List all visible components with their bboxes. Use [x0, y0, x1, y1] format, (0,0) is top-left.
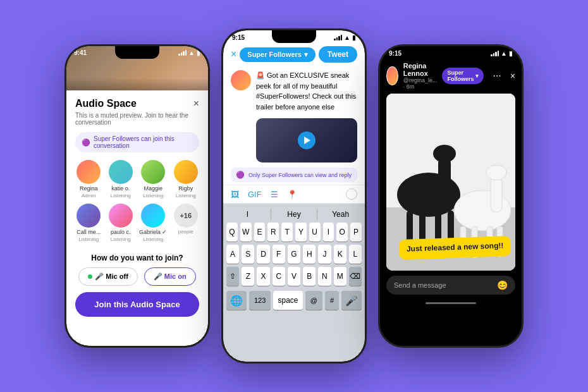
- keyboard-row-3: ⇧ Z X C V B N M ⌫: [224, 267, 364, 286]
- participant-role-regina: Admin: [82, 193, 96, 199]
- key-d[interactable]: D: [257, 245, 269, 264]
- story-emoji-button[interactable]: 😊: [497, 280, 508, 290]
- mic-buttons-group: 🎤 Mic off 🎤 Mic on: [75, 267, 199, 286]
- key-k[interactable]: K: [334, 245, 346, 264]
- location-icon[interactable]: 📍: [287, 190, 297, 199]
- avatar-gabriela: [141, 204, 165, 228]
- key-j[interactable]: J: [318, 245, 331, 264]
- participant-name-regina: Regina: [80, 185, 98, 192]
- suggestion-i[interactable]: I: [224, 209, 271, 220]
- story-more-options-button[interactable]: ···: [493, 70, 501, 82]
- key-space[interactable]: space: [273, 291, 302, 310]
- story-message-bar[interactable]: Send a message 😊: [386, 276, 515, 295]
- list-icon[interactable]: ☰: [271, 190, 278, 199]
- video-thumbnail[interactable]: [256, 118, 357, 162]
- participant-paulo: paulo c. Listening: [107, 204, 133, 242]
- audio-space-close-button[interactable]: ×: [193, 98, 199, 109]
- story-handle: @regina_le...: [403, 77, 438, 83]
- tweet-submit-button[interactable]: Tweet: [319, 46, 357, 63]
- wifi-icon-2: ▲: [344, 34, 350, 41]
- phone1-inner: 9:41 ▲ ▮ Audio Space ×: [66, 46, 208, 346]
- key-n[interactable]: N: [318, 267, 331, 286]
- notch-2: [272, 30, 316, 43]
- key-hash[interactable]: #: [325, 291, 339, 310]
- key-s[interactable]: S: [242, 245, 254, 264]
- key-t[interactable]: T: [281, 223, 293, 242]
- participant-role-rigby: Listening: [176, 193, 196, 199]
- participant-gabriela: Gabriela ✓ Listening: [139, 204, 168, 242]
- key-c[interactable]: C: [273, 267, 285, 286]
- key-globe[interactable]: 🌐: [226, 291, 247, 310]
- participant-role-gabriela: Listening: [143, 236, 163, 242]
- story-header: Regina Lennox @regina_le... · 6m Super F…: [380, 58, 522, 94]
- phone-audio-space: 9:41 ▲ ▮ Audio Space ×: [64, 44, 210, 348]
- participant-plus-count: +16 people: [173, 204, 199, 242]
- wifi-icon: ▲: [188, 49, 195, 56]
- avatar-rigby: [174, 160, 198, 184]
- participant-role-paulo: Listening: [111, 236, 131, 242]
- join-audio-space-button[interactable]: Join this Audio Space: [75, 292, 199, 317]
- story-sticker-text: Just released a new song!!: [407, 242, 504, 255]
- key-a[interactable]: A: [226, 245, 239, 264]
- key-m[interactable]: M: [334, 267, 346, 286]
- compose-area: 🚨 Got an EXCLUSIVE sneak peek for all of…: [223, 66, 365, 116]
- chevron-down-icon: ▾: [304, 51, 308, 59]
- key-g[interactable]: G: [288, 245, 300, 264]
- key-v[interactable]: V: [288, 267, 300, 286]
- key-at[interactable]: @: [305, 291, 322, 310]
- tweet-text-content[interactable]: 🚨 Got an EXCLUSIVE sneak peek for all of…: [256, 70, 357, 112]
- participant-katie: katie o. Listening: [107, 160, 133, 199]
- key-u[interactable]: U: [309, 223, 321, 242]
- audio-space-subtitle: This is a muted preview. Join to hear th…: [75, 112, 199, 126]
- key-f[interactable]: F: [273, 245, 285, 264]
- participant-maggie: Maggie Listening: [139, 160, 168, 199]
- play-button-icon[interactable]: [298, 132, 315, 149]
- story-handle-time: @regina_le... · 6m: [403, 77, 438, 90]
- gif-icon[interactable]: GIF: [248, 190, 262, 199]
- chevron-down-icon-3: ▾: [475, 73, 479, 79]
- key-delete[interactable]: ⌫: [349, 267, 362, 286]
- key-shift[interactable]: ⇧: [226, 267, 239, 286]
- phone1-status-icons: ▲ ▮: [178, 49, 200, 56]
- key-i[interactable]: I: [323, 223, 334, 242]
- key-w[interactable]: W: [240, 223, 252, 242]
- avatar-paulo: [109, 204, 133, 228]
- story-user-avatar: [386, 66, 398, 85]
- compose-close-button[interactable]: ×: [231, 49, 236, 60]
- key-y[interactable]: Y: [295, 223, 307, 242]
- mic-off-dot: [88, 274, 92, 279]
- svg-point-5: [433, 145, 456, 162]
- key-b[interactable]: B: [303, 267, 315, 286]
- suggestion-hey[interactable]: Hey: [271, 209, 318, 220]
- story-time-ago: 6m: [407, 83, 415, 90]
- key-l[interactable]: L: [349, 245, 362, 264]
- key-x[interactable]: X: [257, 267, 269, 286]
- key-123[interactable]: 123: [249, 291, 271, 310]
- only-super-followers-text: Only Super Followers can view and reply: [248, 172, 352, 178]
- key-q[interactable]: Q: [226, 223, 238, 242]
- phone2-status-icons: ▲ ▮: [334, 34, 356, 41]
- story-close-button[interactable]: ×: [510, 71, 515, 81]
- phone1-bg: 9:41 ▲ ▮ Audio Space ×: [66, 46, 208, 346]
- key-o[interactable]: O: [336, 223, 348, 242]
- participant-name-rigby: Rigby: [178, 185, 193, 192]
- key-p[interactable]: P: [350, 223, 362, 242]
- key-r[interactable]: R: [267, 223, 279, 242]
- participant-role-plus: people: [178, 229, 193, 235]
- mic-off-button[interactable]: 🎤 Mic off: [78, 267, 138, 286]
- phone3-bg: 9:15 ▲ ▮ Regina Lennox @: [380, 46, 522, 346]
- key-mic[interactable]: 🎤: [341, 291, 362, 310]
- story-super-followers-badge[interactable]: Super Followers ▾: [442, 68, 484, 84]
- phone3-status-icons: ▲ ▮: [491, 50, 513, 57]
- image-icon[interactable]: 🖼: [231, 190, 239, 199]
- key-z[interactable]: Z: [242, 267, 254, 286]
- key-h[interactable]: H: [303, 245, 315, 264]
- character-count-circle: [346, 188, 357, 200]
- audience-selector-button[interactable]: Super Followers ▾: [240, 47, 315, 62]
- key-e[interactable]: E: [254, 223, 266, 242]
- suggestion-yeah[interactable]: Yeah: [317, 209, 364, 220]
- super-followers-join-text: Super Followers can join this conversati…: [94, 135, 193, 149]
- participant-role-katie: Listening: [111, 193, 131, 199]
- avatar-katie: [109, 160, 133, 184]
- mic-on-button[interactable]: 🎤 Mic on: [144, 267, 196, 286]
